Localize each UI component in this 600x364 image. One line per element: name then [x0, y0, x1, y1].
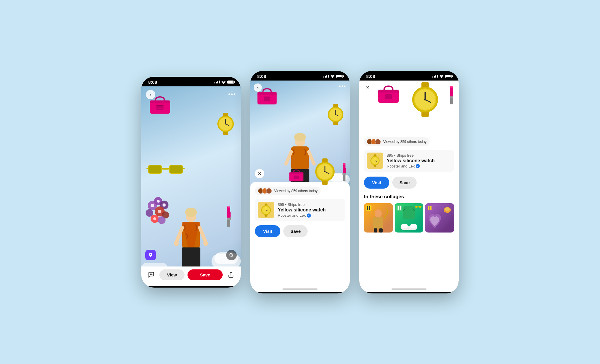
viewers-badge-3: Viewed by 859 others today [364, 137, 429, 146]
svg-rect-127 [369, 206, 370, 208]
svg-point-12 [225, 123, 226, 124]
collage-badge-3 [427, 205, 433, 211]
sheet-close-button[interactable]: ✕ [363, 83, 371, 92]
svg-point-130 [375, 209, 382, 218]
phones-container: 8:08 ‹ [141, 71, 459, 293]
back-button-1[interactable]: ‹ [146, 90, 155, 99]
svg-point-60 [294, 133, 306, 141]
svg-rect-86 [294, 175, 299, 179]
viewers-badge-2: Viewed by 859 others today [255, 187, 321, 195]
battery-icon-3 [445, 75, 452, 78]
svg-rect-33 [183, 168, 185, 169]
svg-rect-140 [401, 224, 408, 228]
signal-icon-3 [432, 75, 438, 78]
product-card-3: $95 • Ships free Yellow silicone watch R… [364, 150, 454, 172]
collages-section: In these collages [364, 194, 454, 233]
battery-icon-2 [336, 75, 343, 78]
svg-rect-102 [378, 90, 399, 93]
svg-line-63 [286, 152, 291, 164]
svg-point-45 [158, 210, 161, 213]
svg-rect-126 [367, 206, 368, 208]
product-price-2: $95 • Ships free [278, 202, 342, 207]
product-thumb-2 [258, 202, 274, 218]
time-2: 8:08 [257, 74, 266, 79]
pin-category-icon[interactable] [145, 250, 156, 260]
svg-rect-144 [419, 206, 422, 208]
verified-icon-2: ✓ [307, 213, 311, 218]
sheet-lipstick [448, 86, 455, 105]
product-name-3: Yellow silicone watch [387, 158, 451, 163]
home-indicator-2 [282, 288, 318, 290]
svg-rect-103 [385, 94, 392, 99]
more-button-1[interactable]: ••• [228, 91, 236, 98]
lipstick-float [225, 206, 233, 228]
viewer-avatars-2 [258, 188, 270, 194]
signal-icon-1 [214, 81, 220, 83]
product-info-2: $95 • Ships free Yellow silicone watch R… [278, 202, 342, 218]
status-icons-3 [432, 74, 452, 78]
wifi-icon-2 [330, 74, 335, 78]
svg-point-125 [375, 160, 375, 161]
more-button-2[interactable]: ••• [339, 83, 346, 90]
status-icons-2 [323, 74, 343, 78]
sheet-avatar-3 [375, 139, 381, 145]
sheet-actions: Visit Save [364, 177, 454, 189]
phone-3: 8:08 [359, 71, 459, 293]
back-button-2[interactable]: ‹ [254, 83, 262, 92]
visit-button-2[interactable]: Visit [255, 225, 280, 237]
yellow-watch-float [216, 113, 236, 135]
product-thumb-3 [367, 153, 383, 169]
svg-point-14 [185, 208, 197, 217]
product-name-2: Yellow silicone watch [278, 207, 342, 213]
svg-point-44 [163, 203, 166, 206]
status-bar-2: 8:08 [250, 71, 350, 81]
visit-button-3[interactable]: Visit [364, 177, 389, 189]
svg-rect-47 [227, 219, 230, 227]
home-indicator-3 [391, 288, 427, 290]
viewers-text-3: Viewed by 859 others today [383, 140, 427, 144]
svg-point-56 [151, 274, 151, 274]
purple-flowers [144, 194, 173, 229]
svg-point-25 [174, 241, 179, 246]
phone-screen-1: ‹ ••• —— [141, 86, 241, 286]
svg-point-46 [153, 217, 156, 220]
watch-thumb-2 [260, 204, 272, 217]
svg-line-23 [176, 228, 182, 242]
svg-rect-147 [430, 206, 432, 208]
view-button-1[interactable]: View [159, 269, 185, 280]
svg-rect-143 [415, 206, 418, 208]
sheet-content: Viewed by 859 others today [359, 133, 459, 237]
svg-point-75 [335, 114, 336, 115]
collages-title: In these collages [364, 194, 454, 200]
wifi-icon-3 [439, 74, 444, 78]
save-button-2[interactable]: Save [283, 225, 308, 237]
lens-icon[interactable] [226, 250, 237, 260]
status-bar-3: 8:08 [359, 71, 459, 81]
svg-rect-148 [428, 208, 429, 210]
svg-point-55 [150, 274, 151, 274]
viewers-text-2: Viewed by 859 others today [274, 189, 318, 193]
collage-icon-3 [428, 206, 432, 210]
save-button-1[interactable]: Save [188, 269, 223, 280]
svg-rect-87 [343, 174, 345, 181]
svg-line-24 [200, 228, 206, 242]
collage-thumb-2[interactable] [395, 203, 424, 233]
collage-thumb-1[interactable] [364, 203, 393, 233]
popup-close-button[interactable]: ✕ [255, 169, 264, 178]
svg-rect-132 [374, 228, 377, 233]
avatar-3 [266, 188, 272, 194]
share-icon[interactable] [226, 269, 236, 280]
collage-thumb-3[interactable] [425, 203, 454, 233]
svg-rect-146 [428, 206, 429, 208]
verified-icon-3: ✓ [416, 164, 420, 168]
battery-icon-1 [227, 81, 234, 84]
collages-grid [364, 203, 454, 233]
save-button-3[interactable]: Save [392, 177, 417, 189]
comment-icon[interactable] [146, 269, 156, 280]
product-brand-3: Rooster and Lex ✓ [387, 164, 451, 168]
svg-rect-142 [410, 224, 417, 228]
product-price-3: $95 • Ships free [387, 153, 451, 158]
svg-point-83 [324, 171, 326, 172]
sheet-images-grid: ✕ [359, 81, 459, 133]
svg-rect-67 [264, 96, 270, 101]
